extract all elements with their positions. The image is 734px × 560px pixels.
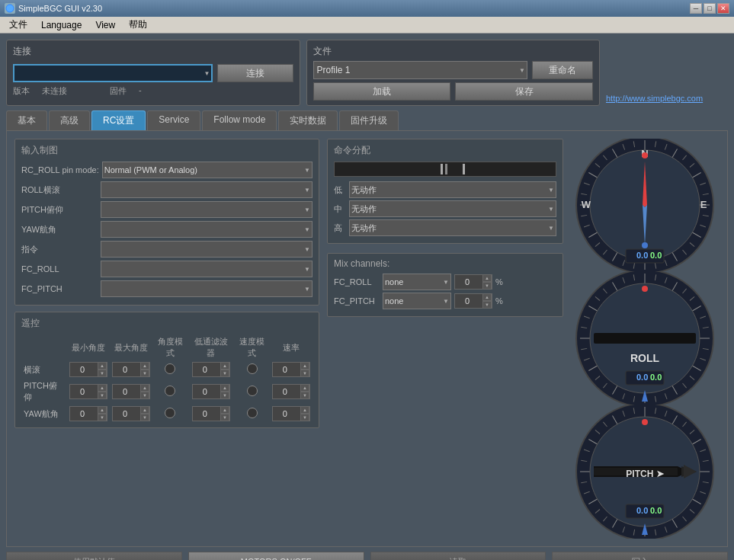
svg-point-45 bbox=[642, 242, 648, 248]
connect-button[interactable]: 连接 bbox=[217, 64, 293, 82]
tab-advanced[interactable]: 高级 bbox=[49, 110, 90, 130]
roll-select[interactable] bbox=[101, 181, 313, 198]
pitch-filter-spinner: ▲ ▼ bbox=[192, 384, 230, 399]
write-button[interactable]: 写入 bbox=[552, 552, 728, 560]
pitch-max-down[interactable]: ▼ bbox=[140, 392, 149, 399]
cmd-select[interactable] bbox=[101, 241, 313, 258]
roll-speed-down[interactable]: ▼ bbox=[300, 370, 309, 377]
yaw-speed-up[interactable]: ▲ bbox=[300, 406, 309, 414]
app-title: SimpleBGC GUI v2.30 bbox=[18, 4, 102, 13]
mix-fc-roll-pct-up[interactable]: ▲ bbox=[482, 274, 492, 282]
roll-max-down[interactable]: ▼ bbox=[140, 370, 149, 377]
yaw-max-down[interactable]: ▼ bbox=[140, 414, 149, 421]
motors-button[interactable]: MOTORS ON/OFF bbox=[188, 552, 364, 560]
mix-fc-pitch-row: FC_PITCH none ▲ ▼ % bbox=[334, 293, 556, 309]
yaw-select[interactable] bbox=[101, 221, 313, 238]
read-button[interactable]: 读取 bbox=[370, 552, 546, 560]
roll-angle-mode-radio[interactable] bbox=[165, 363, 175, 374]
yaw-speed-mode-radio[interactable] bbox=[247, 408, 258, 418]
save-button[interactable]: 保存 bbox=[455, 82, 593, 101]
port-select[interactable] bbox=[13, 64, 213, 82]
rc-roll-row-label: 横滚 bbox=[21, 360, 67, 379]
svg-text:E: E bbox=[700, 199, 707, 210]
rc-roll-mode-select[interactable]: Normal (PWM or Analog) bbox=[102, 162, 313, 178]
roll-min-down[interactable]: ▼ bbox=[98, 370, 107, 377]
mix-fc-pitch-pct-down[interactable]: ▼ bbox=[482, 301, 492, 309]
tab-basic[interactable]: 基本 bbox=[6, 110, 47, 130]
svg-point-132 bbox=[642, 419, 648, 425]
cmd-bar-marker-1 bbox=[441, 164, 443, 174]
website-link[interactable]: http://www.simplebgc.com bbox=[606, 94, 728, 103]
yaw-max-up[interactable]: ▲ bbox=[140, 406, 149, 414]
tab-service[interactable]: Service bbox=[147, 110, 200, 130]
mix-fc-pitch-select-wrap: none bbox=[383, 293, 451, 309]
remote-control-title: 遥控 bbox=[21, 317, 313, 330]
cmd-bar-marker-2 bbox=[463, 164, 465, 174]
tab-firmware[interactable]: 固件升级 bbox=[339, 110, 399, 130]
pitch-angle-mode-radio[interactable] bbox=[165, 386, 175, 396]
roll-speed-up[interactable]: ▲ bbox=[300, 362, 309, 370]
pitch-min-arrows: ▲ ▼ bbox=[98, 384, 107, 399]
roll-speed-mode-radio[interactable] bbox=[247, 363, 258, 374]
menu-help[interactable]: 帮助 bbox=[123, 17, 153, 33]
roll-min-up[interactable]: ▲ bbox=[98, 362, 107, 370]
yaw-filter-up[interactable]: ▲ bbox=[220, 406, 229, 414]
roll-gauge: ROLL 0.0 0.0 bbox=[571, 272, 720, 405]
cmd-high-select[interactable]: 无动作 bbox=[349, 219, 556, 236]
roll-max-up[interactable]: ▲ bbox=[140, 362, 149, 370]
yaw-select-wrap bbox=[101, 221, 313, 238]
tab-realtime[interactable]: 实时数据 bbox=[278, 110, 338, 130]
pitch-min-up[interactable]: ▲ bbox=[98, 384, 107, 392]
mix-fc-roll-select[interactable]: none bbox=[383, 274, 451, 290]
yaw-min-up[interactable]: ▲ bbox=[98, 406, 107, 414]
roll-filter-up[interactable]: ▲ bbox=[220, 362, 229, 370]
svg-point-42 bbox=[642, 152, 648, 158]
yaw-max-arrows: ▲ ▼ bbox=[140, 406, 149, 421]
roll-filter-down[interactable]: ▼ bbox=[220, 370, 229, 377]
roll-max-spinner: ▲ ▼ bbox=[112, 362, 150, 377]
mix-fc-pitch-pct-label: % bbox=[495, 296, 503, 306]
cmd-mid-label: 中 bbox=[334, 203, 346, 215]
pitch-min-down[interactable]: ▼ bbox=[98, 392, 107, 399]
yaw-min-down[interactable]: ▼ bbox=[98, 414, 107, 421]
pitch-filter-down[interactable]: ▼ bbox=[220, 392, 229, 399]
pitch-speed-mode-radio[interactable] bbox=[247, 386, 258, 396]
pitch-filter-up[interactable]: ▲ bbox=[220, 384, 229, 392]
cmd-low-select[interactable]: 无动作 bbox=[349, 181, 556, 198]
tab-follow-mode[interactable]: Follow mode bbox=[202, 110, 277, 130]
default-button[interactable]: 使用默认值 bbox=[6, 552, 182, 560]
cmd-bar-fill bbox=[445, 164, 447, 174]
menu-language[interactable]: Language bbox=[35, 18, 88, 32]
version-label: 版本 bbox=[13, 85, 30, 97]
pitch-select[interactable] bbox=[101, 201, 313, 218]
maximize-button[interactable]: □ bbox=[704, 3, 716, 14]
profile-select[interactable]: Profile 1 bbox=[313, 61, 528, 79]
menu-bar: 文件 Language View 帮助 bbox=[0, 17, 734, 34]
mix-channels-title: Mix channels: bbox=[334, 258, 556, 269]
pitch-filter-arrows: ▲ ▼ bbox=[220, 384, 229, 399]
mix-fc-pitch-select[interactable]: none bbox=[383, 293, 451, 309]
pitch-min-spinner: ▲ ▼ bbox=[69, 384, 107, 399]
yaw-filter-down[interactable]: ▼ bbox=[220, 414, 229, 421]
fc-pitch-select[interactable] bbox=[101, 280, 313, 297]
yaw-angle-mode-radio[interactable] bbox=[165, 408, 175, 418]
cmd-mid-select[interactable]: 无动作 bbox=[349, 200, 556, 217]
yaw-speed-down[interactable]: ▼ bbox=[300, 414, 309, 421]
menu-file[interactable]: 文件 bbox=[3, 17, 34, 33]
mix-fc-pitch-pct-up[interactable]: ▲ bbox=[482, 293, 492, 301]
pitch-speed-up[interactable]: ▲ bbox=[300, 384, 309, 392]
pitch-max-up[interactable]: ▲ bbox=[140, 384, 149, 392]
menu-view[interactable]: View bbox=[89, 18, 121, 32]
minimize-button[interactable]: ─ bbox=[690, 3, 702, 14]
close-button[interactable]: ✕ bbox=[717, 3, 729, 14]
svg-text:PITCH ➤: PITCH ➤ bbox=[626, 469, 664, 479]
rc-col-speed: 速率 bbox=[270, 334, 313, 360]
mix-fc-roll-pct-down[interactable]: ▼ bbox=[482, 282, 492, 290]
fc-roll-select[interactable] bbox=[101, 261, 313, 277]
pitch-max-arrows: ▲ ▼ bbox=[140, 384, 149, 399]
load-button[interactable]: 加载 bbox=[313, 82, 451, 101]
rename-button[interactable]: 重命名 bbox=[532, 61, 593, 79]
tab-rc-settings[interactable]: RC设置 bbox=[91, 110, 146, 130]
file-buttons: 加载 保存 bbox=[313, 82, 594, 101]
pitch-speed-down[interactable]: ▼ bbox=[300, 392, 309, 399]
